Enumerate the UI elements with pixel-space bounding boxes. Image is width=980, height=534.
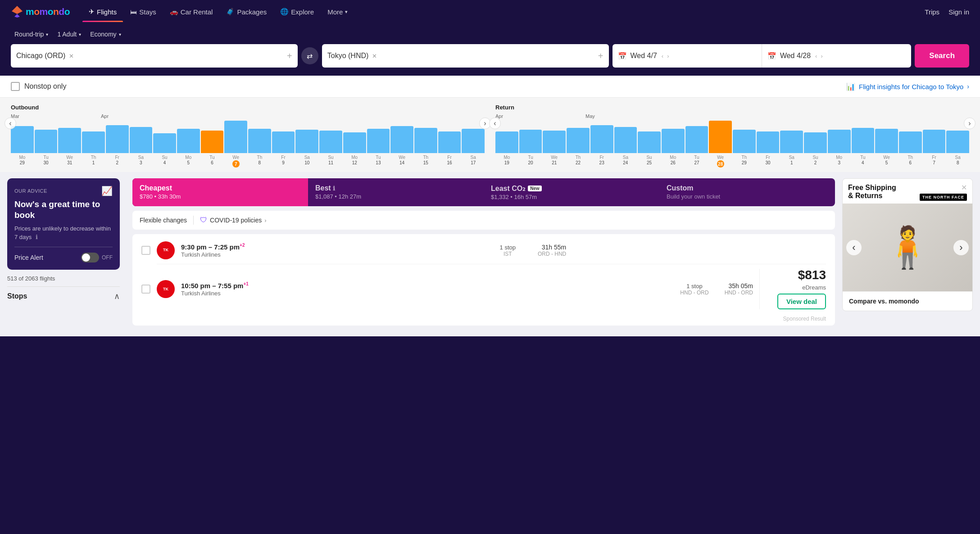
bar-item[interactable]	[201, 131, 224, 153]
bar-item[interactable]	[130, 127, 153, 153]
calendar-day-item[interactable]: Tu13	[367, 155, 390, 167]
bar-item[interactable]	[614, 127, 637, 153]
bar-item[interactable]	[177, 129, 200, 153]
calendar-day-item[interactable]: Fr30	[757, 155, 780, 167]
calendar-day-item[interactable]: Mo5	[177, 155, 200, 167]
bar-item[interactable]	[543, 131, 566, 153]
calendar-day-item[interactable]: Fr7	[923, 155, 946, 167]
calendar-day-item[interactable]: Mo3	[828, 155, 851, 167]
flight-select-checkbox-2[interactable]	[141, 285, 150, 294]
calendar-day-item[interactable]: Mo12	[343, 155, 366, 167]
sort-tab-cheapest[interactable]: Cheapest $780 • 33h 30m	[132, 178, 308, 206]
calendar-day-item[interactable]: Sa1	[780, 155, 803, 167]
return-calendar-prev[interactable]: ‹	[489, 118, 501, 129]
origin-input-wrap[interactable]: Chicago (ORD) ✕ +	[11, 44, 298, 68]
calendar-day-item[interactable]: Mo19	[495, 155, 518, 167]
cabin-selector[interactable]: Economy ▾	[86, 29, 124, 40]
travelers-selector[interactable]: 1 Adult ▾	[54, 29, 85, 40]
signin-link[interactable]: Sign in	[948, 8, 969, 16]
bar-item[interactable]	[462, 129, 485, 153]
bar-item[interactable]	[224, 121, 247, 153]
destination-input-wrap[interactable]: Tokyo (HND) ✕ +	[322, 44, 609, 68]
calendar-day-item[interactable]: Sa17	[462, 155, 485, 167]
flight-insights-link[interactable]: 📊 Flight insights for Chicago to Tokyo ›	[846, 82, 969, 91]
bar-item[interactable]	[367, 129, 390, 153]
bar-item[interactable]	[757, 131, 780, 153]
destination-clear-icon[interactable]: ✕	[372, 53, 377, 59]
calendar-day-item[interactable]: Mo26	[662, 155, 685, 167]
bar-item[interactable]	[709, 121, 732, 153]
ad-prev-button[interactable]: ‹	[846, 240, 862, 255]
nav-item-explore[interactable]: 🌐 Explore	[274, 1, 320, 22]
calendar-day-item[interactable]: Fr2	[106, 155, 129, 167]
calendar-day-item[interactable]: Th6	[899, 155, 922, 167]
outbound-date-prev[interactable]: ‹	[662, 53, 663, 59]
calendar-day-item[interactable]: Sa3	[130, 155, 153, 167]
calendar-day-item[interactable]: We5	[875, 155, 898, 167]
bar-item[interactable]	[946, 131, 969, 153]
stops-section-collapse[interactable]: ∧	[114, 291, 120, 301]
bar-item[interactable]	[438, 131, 461, 153]
bar-item[interactable]	[852, 128, 875, 153]
flexible-changes-filter[interactable]: Flexible changes	[140, 217, 187, 224]
bar-item[interactable]	[590, 125, 613, 153]
calendar-day-item[interactable]: Sa24	[614, 155, 637, 167]
bar-item[interactable]	[923, 130, 946, 153]
bar-item[interactable]	[733, 130, 756, 153]
sort-tab-best[interactable]: Best ℹ $1,087 • 12h 27m	[308, 178, 484, 206]
calendar-day-item[interactable]: Tu4	[852, 155, 875, 167]
nav-item-more[interactable]: More ▾	[321, 2, 354, 22]
calendar-day-item[interactable]: Fr23	[590, 155, 613, 167]
price-alert-toggle[interactable]	[81, 253, 99, 262]
bar-item[interactable]	[343, 132, 366, 153]
calendar-day-item[interactable]: Mo29	[11, 155, 34, 167]
outbound-bar-chart[interactable]	[11, 121, 485, 153]
calendar-day-item[interactable]: Su4	[153, 155, 176, 167]
bar-item[interactable]	[519, 130, 542, 153]
calendar-day-item[interactable]: Su25	[638, 155, 661, 167]
calendar-day-item[interactable]: Th15	[414, 155, 437, 167]
calendar-day-item[interactable]: Fr9	[272, 155, 295, 167]
covid-policies-filter[interactable]: 🛡 COVID-19 policies ›	[200, 216, 267, 224]
bar-item[interactable]	[685, 126, 708, 153]
nav-item-car-rental[interactable]: 🚗 Car Rental	[163, 1, 219, 22]
calendar-day-item[interactable]: Su2	[804, 155, 827, 167]
nav-item-stays[interactable]: 🛏 Stays	[124, 2, 163, 22]
calendar-day-item[interactable]: Fr16	[438, 155, 461, 167]
return-calendar-next[interactable]: ›	[964, 118, 975, 129]
calendar-day-item[interactable]: Tu27	[685, 155, 708, 167]
return-bar-chart[interactable]	[495, 121, 969, 153]
calendar-day-item[interactable]: We7	[224, 155, 247, 167]
calendar-day-item[interactable]: Th8	[248, 155, 271, 167]
bar-item[interactable]	[153, 133, 176, 153]
bar-item[interactable]	[319, 131, 342, 153]
bar-item[interactable]	[82, 131, 105, 153]
calendar-day-item[interactable]: We28	[709, 155, 732, 167]
bar-item[interactable]	[390, 126, 413, 153]
view-deal-button[interactable]: View deal	[777, 294, 826, 309]
bar-item[interactable]	[875, 129, 898, 153]
return-date-next[interactable]: ›	[821, 53, 822, 59]
bar-item[interactable]	[567, 128, 590, 153]
bar-item[interactable]	[58, 128, 81, 153]
search-button[interactable]: Search	[915, 44, 969, 68]
return-date-prev[interactable]: ‹	[815, 53, 817, 59]
bar-item[interactable]	[272, 131, 295, 153]
origin-add-icon[interactable]: +	[287, 51, 292, 61]
trip-type-selector[interactable]: Round-trip ▾	[11, 29, 52, 40]
bar-item[interactable]	[295, 130, 318, 153]
flight-select-checkbox-1[interactable]	[141, 246, 150, 255]
calendar-day-item[interactable]: Th1	[82, 155, 105, 167]
calendar-day-item[interactable]: Tu30	[35, 155, 58, 167]
bar-item[interactable]	[899, 131, 922, 153]
calendar-day-item[interactable]: Su11	[319, 155, 342, 167]
logo[interactable]: momondo	[11, 5, 70, 19]
calendar-day-item[interactable]: We14	[390, 155, 413, 167]
bar-item[interactable]	[780, 131, 803, 153]
calendar-day-item[interactable]: Th29	[733, 155, 756, 167]
bar-item[interactable]	[804, 132, 827, 153]
calendar-day-item[interactable]: Tu20	[519, 155, 542, 167]
bar-item[interactable]	[638, 131, 661, 153]
trips-link[interactable]: Trips	[925, 8, 939, 16]
nav-item-flights[interactable]: ✈ Flights	[82, 1, 123, 22]
